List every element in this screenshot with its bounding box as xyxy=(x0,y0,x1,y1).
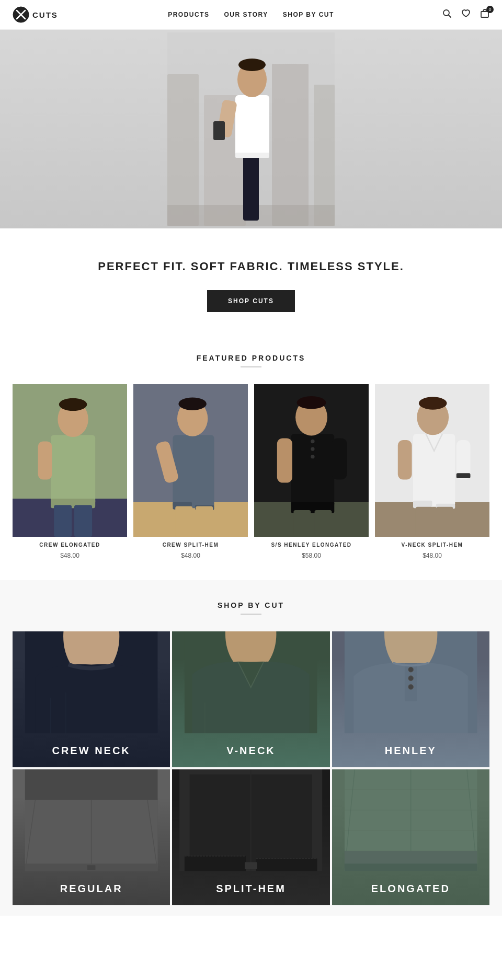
svg-point-45 xyxy=(297,396,326,409)
nav-shop-by-cut[interactable]: SHOP BY CUT xyxy=(283,11,334,18)
svg-point-75 xyxy=(408,684,413,689)
main-nav: PRODUCTS OUR STORY SHOP BY CUT xyxy=(168,11,334,18)
product-card[interactable]: S/S HENLEY ELONGATED $58.00 xyxy=(254,384,369,559)
svg-rect-13 xyxy=(235,95,269,158)
svg-rect-9 xyxy=(272,64,309,226)
products-grid: CREW ELONGATED $48.00 xyxy=(13,384,489,559)
product-name-2: CREW SPLIT-HEM xyxy=(133,542,248,548)
svg-rect-24 xyxy=(38,442,52,480)
hero-section xyxy=(0,30,502,228)
cut-item-regular[interactable]: REGULAR xyxy=(13,769,170,905)
shop-by-cut-title: SHOP BY CUT xyxy=(13,601,489,609)
regular-visual xyxy=(13,769,170,871)
v-neck-svg xyxy=(172,631,329,733)
henley-visual xyxy=(332,631,489,733)
svg-rect-81 xyxy=(25,769,158,800)
site-header: CUTS PRODUCTS OUR STORY SHOP BY CUT 0 xyxy=(0,0,502,30)
cut-label-elongated: ELONGATED xyxy=(332,883,489,895)
svg-rect-61 xyxy=(416,507,433,537)
svg-rect-30 xyxy=(173,435,214,508)
featured-title: FEATURED PRODUCTS xyxy=(13,354,489,362)
product-price-3: $58.00 xyxy=(254,552,369,559)
cut-label-henley: HENLEY xyxy=(332,745,489,757)
logo-icon xyxy=(13,6,29,23)
cut-item-v-neck[interactable]: V-NECK xyxy=(172,631,329,767)
svg-rect-83 xyxy=(87,865,96,870)
shop-cuts-button[interactable]: SHOP CUTS xyxy=(207,290,295,312)
svg-rect-90 xyxy=(245,862,257,869)
svg-line-4 xyxy=(449,15,451,17)
cut-item-henley[interactable]: HENLEY xyxy=(332,631,489,767)
svg-point-16 xyxy=(238,59,266,71)
cut-item-split-hem[interactable]: SPLIT-HEM xyxy=(172,769,329,905)
svg-rect-47 xyxy=(332,438,347,479)
svg-rect-18 xyxy=(213,121,225,140)
product-silhouette-4 xyxy=(375,384,489,537)
svg-rect-12 xyxy=(243,153,259,221)
svg-rect-88 xyxy=(256,859,317,871)
svg-rect-62 xyxy=(436,507,453,537)
svg-point-23 xyxy=(59,398,87,411)
product-price-4: $48.00 xyxy=(375,552,489,559)
elongated-visual xyxy=(332,769,489,871)
logo[interactable]: CUTS xyxy=(13,6,58,23)
nav-products[interactable]: PRODUCTS xyxy=(168,11,209,18)
crew-neck-svg xyxy=(13,631,170,733)
elongated-svg xyxy=(332,769,489,871)
cut-item-crew-neck[interactable]: CREW NECK xyxy=(13,631,170,767)
section-divider-2 xyxy=(241,614,261,615)
product-card[interactable]: CREW SPLIT-HEM $48.00 xyxy=(133,384,248,559)
footer xyxy=(0,916,502,937)
henley-svg xyxy=(332,631,489,733)
product-card[interactable]: V-NECK SPLIT-HEM $48.00 xyxy=(375,384,489,559)
svg-rect-10 xyxy=(314,85,335,226)
split-hem-visual xyxy=(172,769,329,871)
product-price-2: $48.00 xyxy=(133,552,248,559)
product-name-3: S/S HENLEY ELONGATED xyxy=(254,542,369,548)
svg-point-74 xyxy=(408,676,413,681)
cut-item-elongated[interactable]: ELONGATED xyxy=(332,769,489,905)
cut-label-split-hem: SPLIT-HEM xyxy=(172,883,329,895)
svg-point-42 xyxy=(311,447,314,451)
product-silhouette-1 xyxy=(13,384,127,537)
product-image-2 xyxy=(133,384,248,537)
product-silhouette-2 xyxy=(133,384,248,537)
svg-rect-36 xyxy=(175,506,192,537)
cart-count: 0 xyxy=(486,6,494,13)
hero-illustration xyxy=(167,32,335,226)
product-image-3 xyxy=(254,384,369,537)
svg-rect-53 xyxy=(413,434,455,507)
section-divider xyxy=(241,366,261,367)
product-name-4: V-NECK SPLIT-HEM xyxy=(375,542,489,548)
product-silhouette-3 xyxy=(254,384,369,537)
svg-rect-97 xyxy=(345,863,477,871)
tagline-section: PERFECT FIT. SOFT FABRIC. TIMELESS STYLE… xyxy=(0,228,502,333)
regular-svg xyxy=(13,769,170,871)
wishlist-icon[interactable] xyxy=(461,9,471,21)
svg-point-32 xyxy=(178,398,207,410)
featured-products-section: FEATURED PRODUCTS xyxy=(0,333,502,580)
cart-icon[interactable]: 0 xyxy=(480,9,489,21)
svg-point-73 xyxy=(408,667,413,672)
svg-rect-27 xyxy=(74,505,92,537)
nav-our-story[interactable]: OUR STORY xyxy=(224,11,268,18)
svg-rect-46 xyxy=(277,438,292,482)
svg-rect-57 xyxy=(398,440,412,479)
svg-rect-17 xyxy=(235,153,269,158)
product-card[interactable]: CREW ELONGATED $48.00 xyxy=(13,384,127,559)
header-icons: 0 xyxy=(442,9,489,21)
svg-point-43 xyxy=(311,455,314,458)
search-icon[interactable] xyxy=(442,9,452,21)
svg-rect-50 xyxy=(315,510,332,537)
shop-by-cut-section: SHOP BY CUT CREW NECK xyxy=(0,580,502,916)
product-image-1 xyxy=(13,384,127,537)
svg-rect-40 xyxy=(291,434,335,507)
tagline-text: PERFECT FIT. SOFT FABRIC. TIMELESS STYLE… xyxy=(13,260,489,273)
cut-label-regular: REGULAR xyxy=(13,883,170,895)
svg-rect-37 xyxy=(196,506,213,537)
svg-point-41 xyxy=(311,440,314,443)
svg-rect-87 xyxy=(185,856,246,871)
svg-rect-49 xyxy=(293,510,311,537)
product-price-1: $48.00 xyxy=(13,552,127,559)
hero-figure xyxy=(0,30,502,228)
